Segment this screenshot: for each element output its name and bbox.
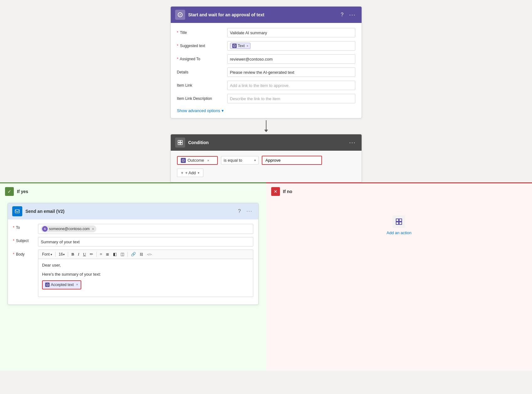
ordered-list-button[interactable]: ≣ [105, 251, 110, 257]
add-action-button[interactable]: Add an action [386, 215, 411, 235]
condition-more-button[interactable]: ··· [348, 139, 357, 147]
recipient-avatar: S [42, 226, 48, 232]
approval-more-button[interactable]: ··· [348, 11, 357, 19]
code-button[interactable]: </> [146, 252, 153, 257]
suggested-text-label: * Suggested text [177, 44, 224, 48]
email-to-input[interactable]: S someone@contoso.com × [38, 224, 253, 234]
text-token-close[interactable]: × [247, 44, 249, 48]
svg-rect-12 [399, 222, 402, 224]
if-no-label: If no [283, 189, 293, 194]
recipient-close[interactable]: × [92, 227, 94, 231]
email-body-row: * Body Font ▾ [13, 250, 253, 297]
email-header: Send an email (V2) ? ··· [8, 203, 258, 219]
if-no-icon: ✕ [271, 187, 280, 196]
condition-header: Condition ··· [171, 134, 362, 151]
font-selector[interactable]: Font ▾ [41, 251, 53, 257]
svg-rect-7 [15, 210, 19, 213]
add-label: + Add [185, 170, 196, 175]
svg-rect-11 [396, 222, 399, 224]
details-input[interactable] [227, 67, 355, 77]
unordered-list-button[interactable]: ≡ [99, 251, 103, 257]
email-header-icon [12, 206, 22, 216]
italic-button[interactable]: I [77, 251, 80, 257]
details-label: Details [177, 70, 224, 74]
approval-card: Start and wait for an approval of text ?… [170, 6, 362, 118]
if-yes-header: ✓ If yes [0, 183, 266, 200]
bold-button[interactable]: B [70, 251, 75, 257]
approval-title: Start and wait for an approval of text [188, 12, 336, 17]
email-body: * To S someone@contoso.com × [8, 219, 258, 305]
accepted-token-icon [45, 283, 50, 287]
if-no-content: Add an action [266, 200, 532, 251]
condition-body: Outcome × is equal to ▾ + + Add ▾ [171, 151, 362, 182]
item-link-desc-label: Item Link Description [177, 96, 224, 101]
approval-help-button[interactable]: ? [340, 11, 345, 18]
unlink-button[interactable]: ⛓ [138, 252, 144, 257]
paint-button[interactable]: ✏ [89, 251, 94, 257]
svg-rect-9 [396, 219, 399, 221]
align-left-button[interactable]: ◧ [112, 251, 118, 257]
outcome-token[interactable]: Outcome × [177, 156, 218, 165]
condition-title: Condition [188, 140, 345, 145]
email-title: Send an email (V2) [25, 209, 234, 214]
body-editor[interactable]: Font ▾ 16 ▾ [38, 250, 253, 297]
accepted-token-close[interactable]: × [76, 282, 78, 287]
condition-card: Condition ··· Outcome × [170, 134, 362, 182]
condition-value-input[interactable] [262, 156, 322, 165]
email-to-row: * To S someone@contoso.com × [13, 224, 253, 234]
text-token-icon [232, 44, 237, 48]
svg-rect-3 [180, 140, 182, 142]
add-action-icon [393, 215, 405, 228]
details-field-row: Details [177, 67, 355, 77]
email-to-label: * To [13, 224, 35, 230]
email-subject-label: * Subject [13, 237, 35, 243]
outcome-token-close[interactable]: × [207, 159, 209, 162]
svg-rect-2 [178, 140, 180, 142]
outcome-token-icon [181, 158, 186, 163]
condition-add-button[interactable]: + + Add ▾ [177, 169, 203, 177]
assigned-to-label: * Assigned To [177, 57, 224, 61]
if-yes-panel: ✓ If yes S [0, 182, 266, 371]
assigned-to-field-row: * Assigned To [177, 54, 355, 64]
item-link-desc-input[interactable] [227, 94, 355, 103]
body-line-1: Dear user, [42, 262, 249, 269]
title-input[interactable] [227, 28, 355, 37]
add-action-area: Add an action [271, 203, 527, 248]
align-center-button[interactable]: ◫ [119, 251, 126, 257]
accepted-text-token-container: Accepted text × [42, 280, 249, 289]
connector-arrow-1 [264, 118, 268, 134]
condition-operator-select[interactable]: is equal to ▾ [221, 156, 259, 165]
email-card: Send an email (V2) ? ··· [8, 203, 259, 305]
email-subject-input[interactable] [38, 237, 253, 246]
svg-rect-5 [180, 143, 182, 145]
item-link-input[interactable] [227, 81, 355, 90]
email-more-button[interactable]: ··· [245, 208, 254, 215]
if-yes-label: If yes [17, 189, 28, 194]
font-size-selector[interactable]: 16 ▾ [57, 251, 66, 257]
email-help-button[interactable]: ? [237, 208, 242, 215]
show-advanced-button[interactable]: Show advanced options ▾ [177, 108, 224, 113]
if-yes-content: Send an email (V2) ? ··· [0, 200, 266, 308]
condition-header-icon [175, 138, 185, 148]
if-no-panel: ✕ If no Add an action [266, 182, 532, 371]
text-token: Text × [230, 43, 251, 49]
accepted-text-token: Accepted text × [42, 280, 81, 289]
approval-header: Start and wait for an approval of text ?… [171, 7, 362, 23]
if-yes-icon: ✓ [5, 187, 14, 196]
suggested-text-input[interactable]: Text × [227, 41, 355, 51]
svg-rect-10 [399, 219, 402, 221]
add-action-label: Add an action [386, 230, 411, 235]
link-button[interactable]: 🔗 [130, 251, 137, 257]
recipient-badge: S someone@contoso.com × [41, 225, 96, 232]
approval-header-icon [175, 10, 185, 20]
toolbar-divider-4 [127, 252, 128, 257]
underline-button[interactable]: U [82, 251, 87, 257]
split-section: ✓ If yes S [0, 182, 532, 371]
assigned-to-input[interactable] [227, 54, 355, 64]
if-no-header: ✕ If no [266, 183, 532, 200]
svg-rect-4 [178, 143, 180, 145]
item-link-field-row: Item Link [177, 81, 355, 90]
editor-toolbar: Font ▾ 16 ▾ [38, 250, 253, 259]
condition-row: Outcome × is equal to ▾ [177, 156, 355, 165]
editor-content[interactable]: Dear user, Here's the summary of your te… [38, 259, 253, 297]
